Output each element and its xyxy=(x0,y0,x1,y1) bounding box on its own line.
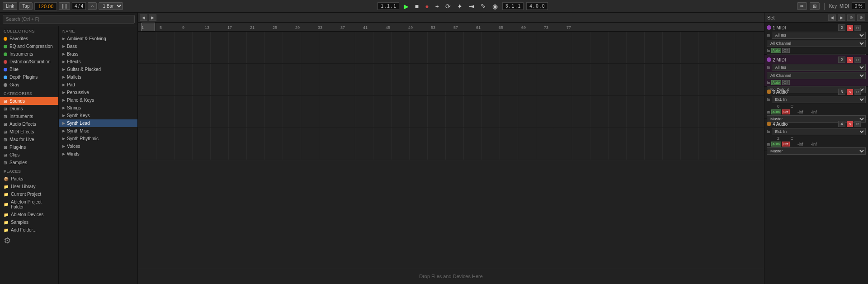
track-4-in-select[interactable]: Ext. In xyxy=(772,128,866,135)
sidebar-item-ableton-devices[interactable]: 📁 Ableton Devices xyxy=(0,211,58,218)
track-3-num[interactable]: 3 xyxy=(838,89,845,95)
sidebar-item-packs[interactable]: 📦 Packs xyxy=(0,175,58,183)
track-1-indicator[interactable] xyxy=(767,25,771,30)
pencil-button[interactable]: ✏ xyxy=(797,2,807,10)
track-3-auto-btn[interactable]: Auto xyxy=(771,109,781,114)
mixer-track-2-top: 2 MIDI 2 S R xyxy=(767,57,866,63)
sidebar-item-add-folder[interactable]: 📁 Add Folder... xyxy=(0,226,58,234)
sidebar-item-gray[interactable]: Gray xyxy=(0,81,58,89)
sidebar-item-distortion[interactable]: Distortion/Saturation xyxy=(0,58,58,66)
track-4-indicator[interactable] xyxy=(767,122,771,126)
browser-item-guitar[interactable]: ▶ Guitar & Plucked xyxy=(59,66,137,73)
browser-item-winds[interactable]: ▶ Winds xyxy=(59,150,137,158)
track-3-indicator[interactable] xyxy=(767,90,771,94)
browser-item-synth-misc[interactable]: ▶ Synth Misc xyxy=(59,127,137,135)
track-4-out-select[interactable]: Master xyxy=(767,147,866,155)
sidebar-item-eq[interactable]: EQ and Compression xyxy=(0,43,58,50)
browser-item-synth-lead[interactable]: ▶ Synth Lead xyxy=(59,119,137,127)
track-1-s-btn[interactable]: S xyxy=(847,25,853,31)
bpm-display[interactable]: 120.00 xyxy=(34,2,57,10)
sidebar-item-max-for-live[interactable]: ⊞ Max for Live xyxy=(0,136,58,143)
tap-button[interactable]: Tap xyxy=(19,2,33,10)
track-3-s-btn[interactable]: S xyxy=(847,89,853,95)
sidebar-item-user-library[interactable]: 📁 User Library xyxy=(0,183,58,190)
track-2-num[interactable]: 2 xyxy=(838,57,845,63)
track-3-r-btn[interactable]: R xyxy=(854,89,861,95)
sidebar-item-blue[interactable]: Blue xyxy=(0,66,58,73)
sidebar-item-clips[interactable]: ⊞ Clips xyxy=(0,151,58,159)
track-4-num[interactable]: 4 xyxy=(838,121,845,127)
browser-item-voices[interactable]: ▶ Voices xyxy=(59,142,137,150)
sidebar-item-current-project[interactable]: 📁 Current Project xyxy=(0,190,58,198)
position-display-3[interactable]: 4 . 0 . 0 xyxy=(526,2,547,10)
track-2-s-btn[interactable]: S xyxy=(847,57,853,63)
browser-item-piano[interactable]: ▶ Piano & Keys xyxy=(59,96,137,104)
sidebar-item-drums[interactable]: ⊞ Drums xyxy=(0,105,58,113)
loop-button[interactable]: ⟳ xyxy=(443,2,453,11)
track-1-in-select[interactable]: All Ins xyxy=(772,32,866,39)
track-1-r-btn[interactable]: R xyxy=(854,25,861,31)
browser-item-brass[interactable]: ▶ Brass xyxy=(59,50,137,58)
browser-item-bass[interactable]: ▶ Bass xyxy=(59,43,137,50)
metro-btn[interactable]: ◉ xyxy=(491,2,500,11)
browser-item-ambient[interactable]: ▶ Ambient & Evolving xyxy=(59,35,137,43)
sidebar-item-sounds[interactable]: ⊞ Sounds xyxy=(0,97,58,105)
track-1-chan-select[interactable]: All Channel xyxy=(767,40,866,47)
sidebar-item-instruments-cat[interactable]: ⊞ Instruments xyxy=(0,113,58,120)
set-btn-2[interactable]: ▶ xyxy=(838,14,845,21)
browser-item-pad[interactable]: ▶ Pad xyxy=(59,81,137,89)
track-4-r-btn[interactable]: R xyxy=(854,121,861,127)
sidebar-item-favorites[interactable]: Favorites xyxy=(0,35,58,43)
loop-icon[interactable]: ○ xyxy=(88,2,97,10)
track-2-chan-select[interactable]: All Channel xyxy=(767,72,866,79)
link-button[interactable]: Link xyxy=(3,2,17,10)
follow-button[interactable]: ⇥ xyxy=(467,2,476,11)
browser-item-mallets[interactable]: ▶ Mallets xyxy=(59,73,137,81)
draw-button[interactable]: ✎ xyxy=(479,2,488,11)
track-4-off-btn[interactable]: Off xyxy=(782,142,790,147)
search-input[interactable] xyxy=(3,15,135,24)
track-2-in-select[interactable]: All Ins xyxy=(772,64,866,71)
track-2-r-btn[interactable]: R xyxy=(854,57,861,63)
position-display-2[interactable]: 3 . 1 . 1 xyxy=(502,2,524,10)
bar-select[interactable]: 1 Bar 2 Bar 4 Bar xyxy=(99,2,123,10)
track-2-indicator[interactable] xyxy=(767,57,771,62)
browser-item-effects[interactable]: ▶ Effects xyxy=(59,58,137,66)
sidebar-item-samples-place[interactable]: 📁 Samples xyxy=(0,218,58,226)
grid-button[interactable]: ⊞ xyxy=(810,2,820,10)
play-button[interactable]: ▶ xyxy=(402,2,410,11)
playhead-region[interactable] xyxy=(142,23,155,31)
sidebar-item-plug-ins[interactable]: ⊞ Plug-ins xyxy=(0,143,58,151)
sidebar-item-samples[interactable]: ⊞ Samples xyxy=(0,159,58,166)
track-4-s-btn[interactable]: S xyxy=(847,121,853,127)
browser-item-synth-keys[interactable]: ▶ Synth Keys xyxy=(59,112,137,119)
add-button[interactable]: + xyxy=(434,2,441,11)
time-signature[interactable]: 4 / 4 xyxy=(72,2,86,10)
punch-button[interactable]: ✦ xyxy=(455,2,464,11)
track-2-off-btn[interactable]: Off xyxy=(782,80,790,85)
settings-icon[interactable]: ⚙ xyxy=(4,236,11,246)
set-btn-1[interactable]: ◀ xyxy=(828,14,836,21)
sidebar-item-depth[interactable]: Depth Plugins xyxy=(0,73,58,81)
track-3-off-btn[interactable]: Off xyxy=(782,109,790,114)
position-display[interactable]: 1 . 1 . 1 xyxy=(377,2,399,10)
sidebar-item-midi-effects[interactable]: ⊞ MIDI Effects xyxy=(0,128,58,136)
track-1-num[interactable]: 2 xyxy=(838,24,845,31)
set-btn-3[interactable]: ⊕ xyxy=(847,14,855,21)
sidebar-item-audio-effects[interactable]: ⊞ Audio Effects xyxy=(0,120,58,128)
arr-forward-button[interactable]: ▶ xyxy=(149,14,156,21)
record-button[interactable]: ● xyxy=(423,2,430,11)
track-1-off-btn[interactable]: Off xyxy=(782,48,790,53)
track-1-auto-btn[interactable]: Auto xyxy=(771,48,781,53)
sidebar-item-ableton-project-folder[interactable]: 📁 Ableton Project Folder xyxy=(0,198,58,211)
track-4-auto-btn[interactable]: Auto xyxy=(771,142,781,147)
browser-item-synth-rhythmic[interactable]: ▶ Synth Rhythmic xyxy=(59,135,137,142)
track-3-in-select[interactable]: Ext. In xyxy=(772,96,866,103)
arr-back-button[interactable]: ◀ xyxy=(140,14,147,21)
browser-item-percussive[interactable]: ▶ Percussive xyxy=(59,89,137,96)
track-2-auto-btn[interactable]: Auto xyxy=(771,80,781,85)
stop-button[interactable]: ■ xyxy=(413,2,420,11)
browser-item-strings[interactable]: ▶ Strings xyxy=(59,104,137,112)
set-btn-4[interactable]: ⊗ xyxy=(857,14,865,21)
sidebar-item-instruments[interactable]: Instruments xyxy=(0,50,58,58)
